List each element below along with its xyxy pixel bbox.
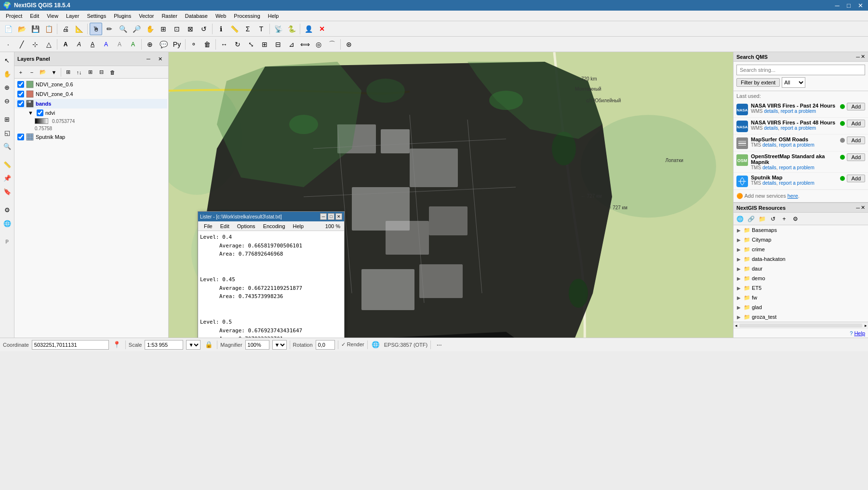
expand-data-hackaton[interactable]: ▶ — [735, 256, 742, 262]
label6-button[interactable]: A — [127, 38, 139, 51]
lister-menu-help[interactable]: Help — [289, 222, 308, 230]
qms-search-input[interactable] — [736, 65, 865, 75]
lister-menu-file[interactable]: File — [200, 222, 216, 230]
save-button[interactable]: 💾 — [29, 23, 41, 35]
tree-item-daur[interactable]: ▶ 📁 daur — [734, 264, 868, 273]
nextgis-help-link[interactable]: Help — [854, 330, 865, 336]
tree-item-citymap[interactable]: ▶ 📁 Citymap — [734, 235, 868, 245]
label2-button[interactable]: A — [73, 38, 85, 51]
menu-layer[interactable]: Layer — [62, 11, 83, 21]
tree-item-fw[interactable]: ▶ 📁 fw — [734, 293, 868, 302]
refresh-button[interactable]: ↺ — [198, 23, 210, 35]
statusbar-lock-btn[interactable]: 🔒 — [203, 340, 214, 350]
lister-menu-options[interactable]: Options — [233, 222, 259, 230]
tree-item-basemaps[interactable]: ▶ 📁 Basemaps — [734, 225, 868, 235]
zoom-layer-button[interactable]: ⊡ — [171, 23, 183, 35]
qms-report-link-nasa-viirs-48[interactable]: report a problem — [781, 125, 816, 131]
move-button[interactable]: ↔ — [218, 38, 230, 51]
layer-checkbox-sputnik[interactable] — [17, 134, 24, 140]
layer-item-ndvi[interactable]: ▼ ndvi — [15, 109, 167, 117]
layer-item-ndvi06[interactable]: NDVI_zone_0.6 — [15, 80, 167, 89]
qms-service-nasa-viirs-48[interactable]: NASA NASA VIIRS Fires - Past 48 Hours WM… — [734, 118, 868, 135]
menu-web[interactable]: Web — [212, 11, 230, 21]
close-button[interactable]: ✕ — [855, 0, 865, 10]
statusbar-coordinate-input[interactable] — [32, 340, 109, 350]
statusbar-coordinate-icon-btn[interactable]: 📍 — [112, 340, 122, 350]
delete-button[interactable]: 🗑 — [201, 38, 214, 51]
text-button[interactable]: T — [255, 23, 267, 35]
print-composer-button[interactable]: 📐 — [73, 23, 85, 35]
expand-crime[interactable]: ▶ — [735, 246, 742, 253]
python2-button[interactable]: Py — [171, 38, 183, 51]
menu-settings[interactable]: Settings — [83, 11, 110, 21]
minimize-button[interactable]: ─ — [832, 0, 842, 10]
menu-view[interactable]: View — [43, 11, 62, 21]
nextgis-refresh-btn[interactable]: ↺ — [768, 214, 778, 224]
menu-edit[interactable]: Edit — [26, 11, 43, 21]
snap-button[interactable]: ⊹ — [29, 38, 41, 51]
nextgis-folder-btn[interactable]: 📁 — [757, 214, 767, 224]
open-layer-btn[interactable]: 📂 — [38, 67, 48, 78]
statusbar-crs-icon[interactable]: 🌐 — [371, 340, 381, 350]
bookmark-tool[interactable]: 🔖 — [1, 185, 13, 198]
qms-add-button-nasa-viirs-24[interactable]: Add — [847, 103, 865, 110]
qms-close-button[interactable]: ✕ — [861, 54, 865, 60]
map-area[interactable]: — 720 km ← 727 км ↑ 727 км Монтажный с/т… — [169, 52, 733, 338]
tree-item-et5[interactable]: ▶ 📁 ET5 — [734, 283, 868, 293]
qms-details-link-sputnik[interactable]: details — [762, 180, 776, 186]
add-layer-btn[interactable]: + — [15, 67, 26, 78]
nextgis-hscroll-right[interactable]: ▸ — [863, 323, 868, 328]
label4-button[interactable]: A — [100, 38, 112, 51]
menu-plugins[interactable]: Plugins — [110, 11, 135, 21]
collapse-all-btn[interactable]: ⊟ — [96, 67, 107, 78]
new-project-button[interactable]: 📄 — [2, 23, 14, 35]
lister-titlebar[interactable]: Lister - [c:\Work\strelka\result3\stat.t… — [198, 212, 344, 221]
qms-report-link-nasa-viirs-24[interactable]: report a problem — [781, 109, 816, 114]
group-layer-btn[interactable]: ⊞ — [63, 67, 73, 78]
lister-menu-edit[interactable]: Edit — [216, 222, 233, 230]
add-services-link[interactable]: here — [788, 193, 798, 199]
select-features-button[interactable]: 🖱 — [90, 23, 102, 35]
filter-layer-btn[interactable]: ▼ — [49, 67, 59, 78]
menu-database[interactable]: Database — [181, 11, 212, 21]
offset-button[interactable]: ⊿ — [285, 38, 298, 51]
expand-citymap[interactable]: ▶ — [735, 236, 742, 243]
qms-minimize-button[interactable]: ─ — [856, 54, 860, 60]
menu-vector[interactable]: Vector — [135, 11, 158, 21]
qms-details-link-nasa-viirs-24[interactable]: details — [764, 109, 778, 114]
menu-help[interactable]: Help — [264, 11, 283, 21]
zoom-full-button[interactable]: ⊞ — [157, 23, 170, 35]
gps-button[interactable]: 📡 — [272, 23, 284, 35]
save-as-button[interactable]: 📋 — [42, 23, 55, 35]
qms-filter-by-extent-button[interactable]: Filter by extent — [736, 78, 780, 87]
expand-et5[interactable]: ▶ — [735, 285, 742, 291]
qms-add-button-sputnik[interactable]: Add — [847, 175, 865, 182]
layer-checkbox-bands[interactable] — [17, 100, 24, 107]
edit-vertices-button[interactable]: △ — [42, 38, 55, 51]
feature-tool[interactable]: 🔍 — [1, 140, 13, 152]
plugin-tool-1[interactable]: ⚙ — [1, 204, 13, 216]
qms-add-button-nasa-viirs-48[interactable]: Add — [847, 120, 865, 127]
maximize-button[interactable]: □ — [844, 0, 854, 10]
plugin-tool-2[interactable]: 🌐 — [1, 217, 13, 230]
merge-button[interactable]: ⊞ — [258, 38, 271, 51]
nextgis-minimize-button[interactable]: ─ — [856, 204, 860, 211]
zoom-cursor-button[interactable]: ⊕ — [144, 38, 156, 51]
measure-button[interactable]: 📏 — [228, 23, 240, 35]
layer-checkbox-ndvi[interactable] — [37, 109, 43, 116]
menu-processing[interactable]: Processing — [230, 11, 264, 21]
expand-demo[interactable]: ▶ — [735, 275, 742, 282]
layer-item-ndvi04[interactable]: NDVI_zone_0.4 — [15, 89, 167, 99]
lister-close-button[interactable]: ✕ — [335, 213, 342, 220]
expand-basemaps[interactable]: ▶ — [735, 227, 742, 233]
nextgis-button[interactable]: ✕ — [316, 23, 328, 35]
remove-selected-btn[interactable]: 🗑 — [107, 67, 118, 78]
label-button[interactable]: A — [59, 38, 72, 51]
tree-item-glad[interactable]: ▶ 📁 glad — [734, 302, 868, 312]
print-button[interactable]: 🖨 — [59, 23, 72, 35]
deform-button[interactable]: ⊛ — [343, 38, 355, 51]
qms-details-link-mapsurfer[interactable]: details — [762, 142, 776, 148]
label5-button[interactable]: A — [113, 38, 126, 51]
python-button[interactable]: 🐍 — [285, 23, 298, 35]
statusbar-rotation-input[interactable] — [316, 340, 335, 350]
